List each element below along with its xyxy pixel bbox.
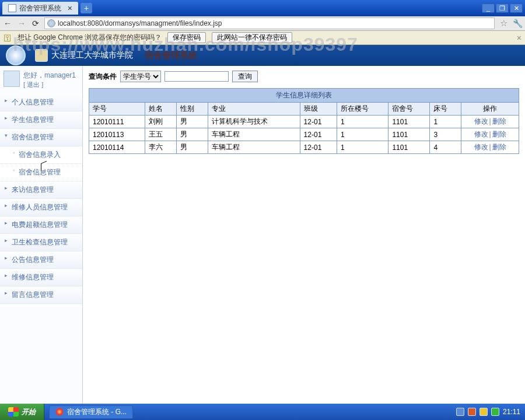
taskbar: 开始 宿舍管理系统 - G... 21:11 [0,404,525,420]
browser-tab[interactable]: 宿舍管理系统 × [2,2,78,15]
ops-cell: 修改|删除 [461,141,519,154]
table-cell: 4 [430,141,461,154]
maximize-button[interactable]: ❐ [496,4,509,13]
browser-titlebar: 宿舍管理系统 × + _ ❐ ✕ [0,0,525,16]
university-name: 大连理工大学城市学院 [51,50,133,61]
tray-icon[interactable] [491,408,499,416]
table-cell: 12010113 [89,128,145,141]
never-save-password-button[interactable]: 此网站一律不保存密码 [212,32,292,43]
sidebar-item[interactable]: 维修人员信息管理 [0,199,82,216]
table-cell: 刘刚 [145,116,177,128]
table-title: 学生信息详细列表 [89,88,519,102]
tray-icon[interactable] [456,408,464,416]
search-button[interactable]: 查询 [232,71,258,82]
col-header: 所在楼号 [337,103,388,116]
search-label: 查询条件 [89,72,117,82]
sidebar-subitem-label: 宿舍信息录入 [19,150,61,159]
table-cell: 车辆工程 [208,141,300,154]
search-input[interactable] [164,71,229,82]
table-cell: 男 [176,141,208,154]
taskbar-item[interactable]: 宿舍管理系统 - G... [49,405,133,419]
table-row: 12010111刘刚男计算机科学与技术12-01111011修改|删除 [89,116,519,128]
sidebar-subitem[interactable]: 宿舍信息录入 [0,146,82,164]
back-button[interactable]: ← [2,18,13,29]
data-table: 学号姓名性别专业班级所在楼号宿舍号床号操作 12010111刘刚男计算机科学与技… [89,102,519,154]
col-header: 班级 [300,103,337,116]
table-cell: 12010111 [89,116,145,128]
table-cell: 李六 [145,141,177,154]
edit-link[interactable]: 修改 [474,143,488,151]
sidebar-item-label: 宿舍信息管理 [12,133,54,141]
minimize-button[interactable]: _ [482,4,495,13]
avatar [4,71,20,87]
task-label: 宿舍管理系统 - G... [67,407,127,417]
delete-link[interactable]: 删除 [492,130,506,138]
table-cell: 12-01 [300,116,337,128]
user-box: 您好，manager1 [ 退出 ] [0,66,82,94]
table-cell: 王五 [145,128,177,141]
sidebar-item[interactable]: 学生信息管理 [0,111,82,129]
address-field[interactable]: localhost:8080/dormansys/managment/files… [44,18,495,29]
table-cell: 车辆工程 [208,128,300,141]
sidebar-item[interactable]: 留言信息管理 [0,286,82,304]
system-tray[interactable]: 21:11 [452,408,525,416]
sidebar-item-label: 留言信息管理 [12,290,54,299]
table-cell: 1101 [388,128,430,141]
table-cell: 1 [337,141,388,154]
logout-link[interactable]: [ 退出 ] [23,80,76,89]
tray-icon[interactable] [480,408,488,416]
table-cell: 3 [430,128,461,141]
pwbar-close-icon[interactable]: × [517,33,522,43]
ops-cell: 修改|删除 [461,116,519,128]
col-header: 学号 [89,103,145,116]
sidebar-item[interactable]: 个人信息管理 [0,94,82,111]
sidebar-item-label: 学生信息管理 [12,116,54,124]
bookmark-icon[interactable]: ☆ [498,18,509,29]
delete-link[interactable]: 删除 [492,143,506,151]
col-header: 专业 [208,103,300,116]
settings-icon[interactable]: 🔧 [512,19,523,28]
app-header: 大连理工大学城市学院 宿舍管理系统 [0,45,525,66]
favicon [8,4,16,12]
delete-link[interactable]: 删除 [492,117,506,125]
sidebar-item[interactable]: 来访信息管理 [0,181,82,199]
url-text: localhost:8080/dormansys/managment/files… [58,19,222,27]
close-button[interactable]: ✕ [510,4,523,13]
sidebar: 您好，manager1 [ 退出 ] 个人信息管理学生信息管理宿舍信息管理宿舍信… [0,66,83,404]
reload-button[interactable]: ⟳ [30,18,41,29]
col-header: 宿舍号 [388,103,430,116]
edit-link[interactable]: 修改 [474,117,488,125]
sidebar-item-label: 个人信息管理 [12,98,54,106]
table-cell: 12-01 [300,128,337,141]
table-cell: 计算机科学与技术 [208,116,300,128]
tab-close-icon[interactable]: × [68,4,72,13]
col-header: 性别 [176,103,208,116]
sidebar-item[interactable]: 卫生检查信息管理 [0,234,82,251]
start-button[interactable]: 开始 [0,404,44,420]
table-cell: 男 [176,128,208,141]
key-icon: ⚿ [4,33,12,43]
sidebar-subitem[interactable]: 宿舍信息管理 [0,164,82,181]
save-password-button[interactable]: 保存密码 [167,32,206,43]
edit-link[interactable]: 修改 [474,130,488,138]
sidebar-item-label: 卫生检查信息管理 [12,238,68,246]
ops-cell: 修改|删除 [461,128,519,141]
sidebar-item[interactable]: 电费超额信息管理 [0,216,82,234]
table-cell: 1101 [388,141,430,154]
sidebar-item[interactable]: 宿舍信息管理 [0,129,82,146]
greet-text: 您好， [23,71,44,79]
forward-button[interactable]: → [16,18,27,29]
search-field-select[interactable]: 学生学号 [120,71,161,82]
new-tab-button[interactable]: + [80,3,92,13]
sidebar-item[interactable]: 公告信息管理 [0,251,82,269]
sidebar-item-label: 来访信息管理 [12,186,54,194]
logo-icon [6,46,26,65]
table-cell: 1101 [388,116,430,128]
table-cell: 1 [337,128,388,141]
tray-icon[interactable] [468,408,476,416]
url-bar: ← → ⟳ localhost:8080/dormansys/managment… [0,16,525,31]
chrome-icon [55,408,64,416]
search-bar: 查询条件 学生学号 查询 [89,71,519,82]
table-row: 12010114李六男车辆工程12-01111014修改|删除 [89,141,519,154]
sidebar-item[interactable]: 维修信息管理 [0,269,82,286]
